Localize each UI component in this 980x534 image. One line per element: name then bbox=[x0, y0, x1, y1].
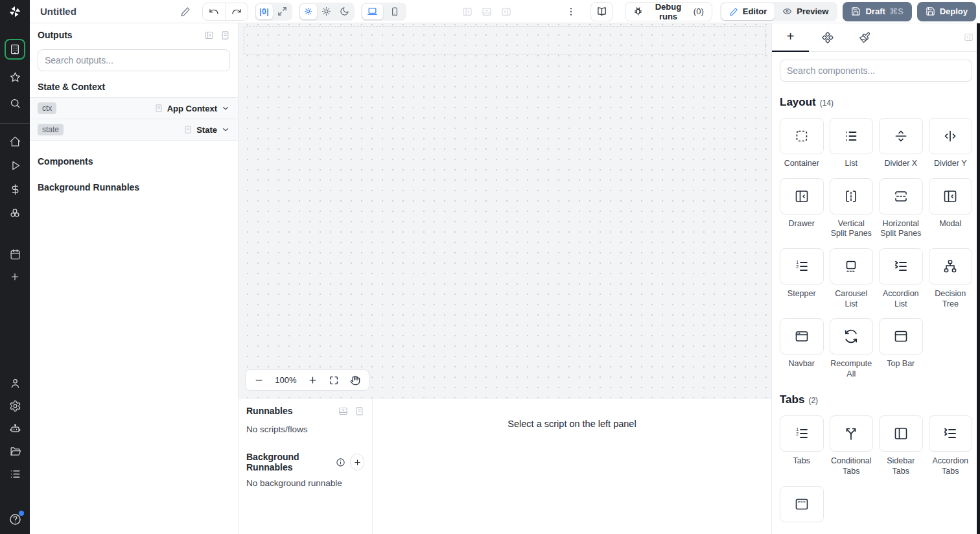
component-tile-stepper[interactable]: 12 Stepper bbox=[780, 248, 824, 309]
docs-button[interactable] bbox=[590, 2, 613, 21]
nav-folders[interactable] bbox=[4, 441, 26, 461]
component-tile-modal[interactable]: Modal bbox=[929, 178, 973, 239]
nav-favorites[interactable] bbox=[4, 67, 26, 87]
right-scrollbar[interactable] bbox=[977, 23, 980, 534]
tab-insert-component[interactable]: + bbox=[772, 23, 809, 52]
play-icon bbox=[9, 159, 21, 172]
doc-panel-icon[interactable] bbox=[355, 406, 364, 416]
layout-section-title: Layout bbox=[780, 96, 816, 109]
debug-runs-label: Debug runs bbox=[648, 2, 689, 21]
panel-bottom-icon[interactable] bbox=[482, 6, 492, 17]
chevron-down-icon[interactable] bbox=[221, 125, 230, 134]
windmill-logo-icon[interactable] bbox=[0, 0, 30, 23]
component-tile-tabs[interactable]: 12 Tabs bbox=[780, 415, 824, 476]
tab-component-settings[interactable] bbox=[809, 23, 846, 52]
zoom-out-button[interactable] bbox=[254, 375, 264, 385]
component-tile-vertical-split[interactable]: Vertical Split Panes bbox=[830, 178, 874, 239]
list-icon bbox=[843, 128, 859, 144]
nav-workers[interactable] bbox=[4, 419, 26, 438]
nav-variables[interactable] bbox=[4, 180, 26, 199]
background-runnables-header: Background Runnables bbox=[38, 182, 230, 192]
component-tile-top-bar[interactable]: Top Bar bbox=[879, 318, 923, 379]
deploy-button[interactable]: Deploy bbox=[917, 2, 976, 21]
state-row[interactable]: state State bbox=[30, 119, 238, 141]
topbar: Untitled |0| bbox=[30, 0, 980, 23]
component-tile-recompute-all[interactable]: Recompute All bbox=[830, 318, 874, 379]
nav-runs[interactable] bbox=[4, 156, 26, 175]
add-background-runnable-button[interactable] bbox=[350, 454, 364, 470]
notification-dot bbox=[19, 511, 24, 516]
zoom-in-button[interactable] bbox=[308, 375, 318, 385]
component-tile-container[interactable]: Container bbox=[780, 118, 824, 169]
theme-auto-toggle[interactable] bbox=[300, 4, 317, 19]
edit-title-pencil-icon[interactable] bbox=[180, 6, 191, 17]
theme-light-toggle[interactable] bbox=[318, 4, 335, 19]
doc-icon bbox=[154, 104, 163, 113]
tabs-component-grid: 12 Tabs Conditional Tabs Sidebar Tabs Ac… bbox=[780, 415, 972, 522]
app-canvas[interactable]: 100% bbox=[239, 23, 771, 398]
component-tile-carousel-list[interactable]: Carousel List bbox=[830, 248, 874, 309]
theme-dark-toggle[interactable] bbox=[336, 4, 353, 19]
svg-text:2: 2 bbox=[796, 264, 799, 269]
panel-right-icon[interactable] bbox=[501, 6, 511, 17]
nav-user[interactable] bbox=[4, 373, 26, 393]
undo-button[interactable] bbox=[203, 3, 225, 20]
debug-runs-button[interactable]: Debug runs (0) bbox=[625, 2, 712, 21]
collapse-right-panel-icon[interactable] bbox=[964, 32, 974, 42]
component-tile-partial[interactable] bbox=[780, 486, 824, 522]
chevron-down-icon[interactable] bbox=[221, 104, 230, 113]
component-tile-list[interactable]: List bbox=[830, 118, 874, 169]
search-outputs-input[interactable] bbox=[38, 49, 230, 71]
component-tile-sidebar-tabs[interactable]: Sidebar Tabs bbox=[879, 415, 923, 476]
sidebar-tabs-icon bbox=[893, 426, 909, 441]
desktop-toggle[interactable] bbox=[362, 4, 383, 19]
accordion-list-icon bbox=[893, 259, 909, 274]
component-tile-decision-tree[interactable]: Decision Tree bbox=[929, 248, 973, 309]
nav-home[interactable] bbox=[4, 132, 26, 151]
draft-save-button[interactable]: Draft ⌘S bbox=[843, 2, 911, 21]
fit-view-button[interactable] bbox=[329, 375, 339, 386]
search-components-input[interactable] bbox=[780, 60, 972, 82]
tab-styling[interactable] bbox=[846, 23, 883, 52]
sun-auto-icon bbox=[303, 6, 313, 16]
collapse-panel-icon[interactable] bbox=[204, 30, 214, 40]
preview-tab[interactable]: Preview bbox=[775, 3, 836, 20]
component-tile-navbar[interactable]: Navbar bbox=[780, 318, 824, 379]
more-menu-kebab-icon[interactable] bbox=[566, 6, 576, 17]
nav-help[interactable] bbox=[4, 509, 26, 529]
component-tile-divider-x[interactable]: Divider X bbox=[879, 118, 923, 169]
component-tile-conditional-tabs[interactable]: Conditional Tabs bbox=[830, 415, 874, 476]
expand-toggle[interactable] bbox=[274, 4, 291, 19]
redo-button[interactable] bbox=[225, 3, 247, 20]
component-tile-accordion-tabs[interactable]: Accordion Tabs bbox=[929, 415, 973, 476]
panel-left-icon[interactable] bbox=[462, 6, 472, 17]
component-tile-divider-y[interactable]: Divider Y bbox=[929, 118, 973, 169]
ctx-row[interactable]: ctx App Context bbox=[30, 98, 238, 119]
collapse-bottom-icon[interactable] bbox=[338, 406, 348, 416]
container-icon bbox=[794, 128, 810, 144]
mobile-toggle[interactable] bbox=[384, 4, 405, 19]
editor-tab[interactable]: Editor bbox=[721, 3, 775, 20]
nav-logs[interactable] bbox=[4, 464, 26, 483]
outputs-title: Outputs bbox=[38, 30, 73, 40]
invisible-tabs-icon bbox=[794, 496, 810, 512]
component-tile-accordion-list[interactable]: Accordion List bbox=[879, 248, 923, 309]
component-tile-horizontal-split[interactable]: Horizontal Split Panes bbox=[879, 178, 923, 239]
nav-search[interactable] bbox=[4, 93, 26, 113]
nav-more[interactable] bbox=[4, 267, 26, 286]
decision-tree-icon bbox=[942, 259, 958, 274]
doc-panel-icon[interactable] bbox=[220, 30, 230, 40]
script-editor-placeholder: Select a script on the left panel bbox=[373, 399, 771, 534]
pan-button[interactable] bbox=[350, 375, 360, 386]
canvas-dropzone[interactable] bbox=[244, 26, 766, 54]
save-icon bbox=[926, 6, 935, 16]
save-icon bbox=[851, 6, 861, 16]
nav-apps-active[interactable] bbox=[5, 39, 25, 60]
component-tile-drawer[interactable]: Drawer bbox=[780, 178, 824, 239]
fit-width-toggle[interactable]: |0| bbox=[256, 4, 273, 19]
calendar-icon bbox=[9, 248, 21, 261]
nav-resources[interactable] bbox=[4, 203, 26, 223]
nav-schedules[interactable] bbox=[4, 244, 26, 264]
nav-settings[interactable] bbox=[4, 396, 26, 415]
no-background-runnable-text: No background runnable bbox=[246, 478, 364, 488]
